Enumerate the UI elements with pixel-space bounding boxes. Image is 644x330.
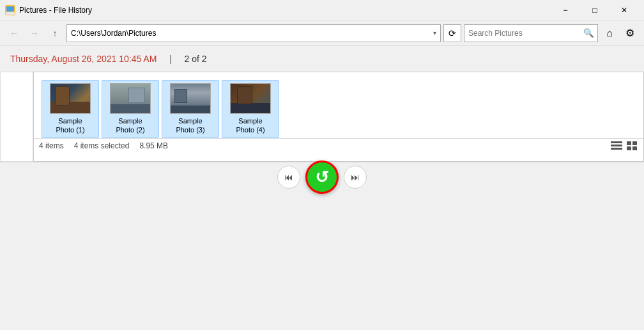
up-button[interactable]: ↑ <box>46 24 64 42</box>
toolbar: ← → ↑ ▾ ⟳ 🔍 ⌂ ⚙ <box>0 20 644 46</box>
restore-button[interactable] <box>305 161 339 194</box>
minimize-button[interactable]: − <box>551 0 580 20</box>
left-panel <box>0 72 33 162</box>
close-button[interactable]: ✕ <box>610 0 639 20</box>
file-area: SamplePhoto (1) SamplePhoto (2) SamplePh… <box>33 72 644 162</box>
search-button[interactable]: 🔍 <box>579 24 597 42</box>
maximize-button[interactable]: □ <box>580 0 610 20</box>
svg-rect-5 <box>611 148 622 150</box>
search-box: 🔍 <box>464 24 598 42</box>
view-controls <box>610 139 638 152</box>
refresh-button[interactable]: ⟳ <box>443 24 461 42</box>
title-bar: Pictures - File History − □ ✕ <box>0 0 644 20</box>
svg-rect-1 <box>6 6 14 12</box>
page-info: 2 of 2 <box>185 54 207 64</box>
list-item[interactable]: SamplePhoto (1) <box>42 80 99 138</box>
window-title: Pictures - File History <box>19 6 92 15</box>
list-item[interactable]: SamplePhoto (2) <box>102 80 159 138</box>
window-controls: − □ ✕ <box>551 0 639 20</box>
playback-bar: ⏮ ⏭ <box>0 162 644 192</box>
thumbnail-2 <box>110 83 151 114</box>
search-input[interactable] <box>464 29 579 38</box>
home-button[interactable]: ⌂ <box>601 24 618 42</box>
selected-count: 4 items selected <box>74 141 130 150</box>
svg-rect-7 <box>632 141 637 145</box>
svg-rect-2 <box>6 12 15 15</box>
thumbnail-3 <box>170 83 211 114</box>
details-view-button[interactable] <box>610 139 623 152</box>
file-size: 8.95 MB <box>139 141 168 150</box>
app-icon <box>5 5 15 15</box>
timestamp-bar: Thursday, August 26, 2021 10:45 AM | 2 o… <box>0 46 644 72</box>
file-name-4: SamplePhoto (4) <box>236 116 264 135</box>
content-area: SamplePhoto (1) SamplePhoto (2) SamplePh… <box>0 72 644 162</box>
forward-button[interactable]: → <box>26 24 43 42</box>
svg-rect-9 <box>632 146 637 150</box>
settings-button[interactable]: ⚙ <box>621 24 639 42</box>
timestamp-text: Thursday, August 26, 2021 10:45 AM <box>10 54 157 64</box>
svg-rect-6 <box>627 141 631 145</box>
file-name-1: SamplePhoto (1) <box>56 116 84 135</box>
separator: | <box>164 54 176 64</box>
thumbnail-view-button[interactable] <box>625 139 638 152</box>
previous-button[interactable]: ⏮ <box>277 166 300 189</box>
files-grid: SamplePhoto (1) SamplePhoto (2) SamplePh… <box>42 80 636 138</box>
address-dropdown-button[interactable]: ▾ <box>433 29 436 36</box>
next-button[interactable]: ⏭ <box>344 166 367 189</box>
address-input[interactable] <box>71 29 433 38</box>
svg-rect-3 <box>611 141 622 143</box>
status-bar: 4 items 4 items selected 8.95 MB <box>34 138 643 153</box>
file-name-2: SamplePhoto (2) <box>116 116 144 135</box>
list-item[interactable]: SamplePhoto (4) <box>222 80 279 138</box>
thumbnail-4 <box>230 83 271 114</box>
list-item[interactable]: SamplePhoto (3) <box>162 80 219 138</box>
file-name-3: SamplePhoto (3) <box>176 116 204 135</box>
thumbnail-1 <box>50 83 91 114</box>
address-bar: ▾ <box>66 24 441 42</box>
back-button[interactable]: ← <box>5 24 23 42</box>
item-count: 4 items <box>39 141 64 150</box>
svg-rect-8 <box>627 146 631 150</box>
svg-rect-4 <box>611 145 622 146</box>
